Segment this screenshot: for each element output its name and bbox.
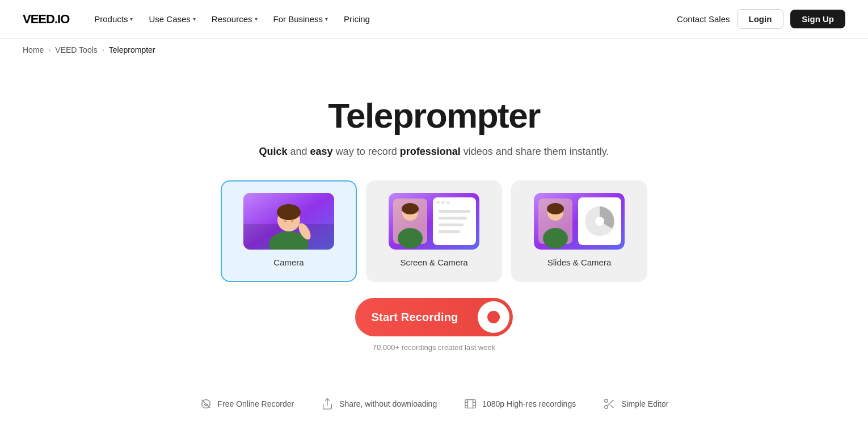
svg-rect-17 (439, 210, 470, 213)
screen-camera-illustration (389, 193, 479, 250)
nav-use-cases[interactable]: Use Cases ▾ (142, 10, 202, 28)
slides-camera-illustration (534, 193, 625, 250)
breadcrumb-tools[interactable]: VEED Tools (55, 45, 97, 54)
camera-illustration (243, 193, 334, 250)
chevron-down-icon: ▾ (130, 16, 133, 22)
mode-card-slides-camera[interactable]: Slides & Camera (511, 180, 647, 282)
svg-point-15 (441, 201, 445, 204)
svg-point-24 (547, 203, 564, 214)
chevron-down-icon: ▾ (255, 16, 258, 22)
svg-point-28 (595, 217, 604, 226)
scissors-icon (603, 398, 616, 410)
feature-share-text: Share, without downloading (339, 399, 437, 408)
recording-icon (478, 301, 509, 333)
navbar: VEED.IO Products ▾ Use Cases ▾ Resources… (0, 0, 868, 39)
nav-products[interactable]: Products ▾ (87, 10, 140, 28)
screen-camera-mode-image (389, 193, 479, 250)
nav-for-business[interactable]: For Business ▾ (267, 10, 335, 28)
logo[interactable]: VEED.IO (23, 12, 69, 27)
camera-mode-image (243, 193, 334, 250)
share-icon (321, 398, 334, 410)
svg-point-4 (277, 204, 301, 220)
hero-section: Teleprompter Quick and easy way to recor… (0, 61, 868, 386)
svg-point-40 (605, 406, 608, 409)
camera-off-icon (200, 398, 212, 410)
svg-rect-32 (465, 400, 475, 408)
start-recording-label: Start Recording (355, 301, 474, 334)
feature-highres-text: 1080p High-res recordings (482, 399, 576, 408)
feature-highres: 1080p High-res recordings (464, 398, 576, 410)
feature-simple-editor: Simple Editor (603, 398, 668, 410)
chevron-down-icon: ▾ (325, 16, 328, 22)
breadcrumb: Home › VEED Tools › Teleprompter (0, 39, 868, 61)
svg-point-14 (436, 201, 440, 204)
breadcrumb-home[interactable]: Home (23, 45, 44, 54)
svg-point-11 (402, 203, 419, 214)
svg-point-25 (543, 228, 568, 248)
slides-camera-mode-image (534, 193, 625, 250)
nav-links: Products ▾ Use Cases ▾ Resources ▾ For B… (87, 10, 377, 28)
login-button[interactable]: Login (737, 9, 784, 29)
svg-rect-19 (439, 223, 464, 226)
nav-resources[interactable]: Resources ▾ (205, 10, 264, 28)
svg-rect-13 (433, 197, 476, 245)
camera-preview (243, 193, 334, 250)
mode-cards-container: Camera (221, 180, 647, 282)
features-bar: Free Online Recorder Share, without down… (0, 386, 868, 433)
camera-label: Camera (273, 258, 304, 267)
nav-actions: Contact Sales Login Sign Up (677, 9, 845, 29)
feature-free-recorder: Free Online Recorder (200, 398, 294, 410)
svg-point-6 (291, 220, 293, 222)
contact-sales-link[interactable]: Contact Sales (677, 14, 730, 24)
recordings-count: 70.000+ recordings created last week (373, 343, 495, 352)
svg-point-12 (398, 228, 423, 248)
screen-camera-label: Screen & Camera (400, 258, 467, 267)
nav-pricing[interactable]: Pricing (337, 10, 377, 28)
hero-quick: Quick (259, 146, 287, 157)
signup-button[interactable]: Sign Up (790, 10, 845, 28)
svg-line-41 (608, 400, 614, 406)
svg-point-5 (284, 220, 286, 222)
feature-free-text: Free Online Recorder (218, 399, 294, 408)
svg-line-42 (610, 405, 613, 408)
svg-rect-18 (439, 217, 467, 220)
mode-card-screen-camera[interactable]: Screen & Camera (366, 180, 502, 282)
start-recording-button[interactable]: Start Recording (355, 298, 512, 336)
breadcrumb-sep-1: › (48, 46, 50, 54)
film-icon (464, 398, 477, 410)
svg-rect-20 (439, 230, 460, 233)
page-title: Teleprompter (328, 95, 540, 136)
hero-subtitle: Quick and easy way to record professiona… (259, 146, 609, 158)
feature-editor-text: Simple Editor (621, 399, 668, 408)
mode-card-camera[interactable]: Camera (221, 180, 357, 282)
svg-point-16 (446, 201, 450, 204)
hero-easy: easy (310, 146, 333, 157)
chevron-down-icon: ▾ (193, 16, 196, 22)
feature-share: Share, without downloading (321, 398, 437, 410)
record-dot (487, 311, 500, 323)
hero-professional: professional (400, 146, 461, 157)
breadcrumb-sep-2: › (102, 46, 104, 54)
breadcrumb-current: Teleprompter (109, 45, 155, 54)
slides-camera-label: Slides & Camera (547, 258, 612, 267)
svg-point-39 (605, 399, 608, 403)
